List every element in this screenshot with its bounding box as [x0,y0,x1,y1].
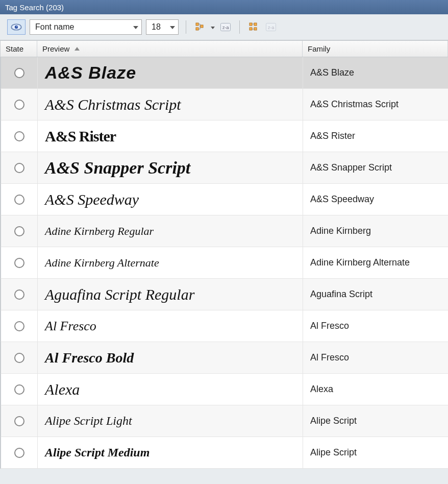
toolbar-separator [186,20,186,34]
state-radio[interactable] [14,226,24,236]
table-row[interactable]: Adine Kirnberg RegularAdine Kirnberg [1,215,448,247]
table-row[interactable]: Aguafina Script RegularAguafina Script [1,279,448,310]
table-row[interactable]: Al Fresco BoldAl Fresco [1,342,448,374]
chevron-down-icon [170,23,175,31]
family-cell: Al Fresco [303,310,448,342]
state-cell[interactable] [1,57,38,88]
svg-rect-5 [196,28,198,30]
table-row[interactable]: A&S Snapper ScriptA&S Snapper Script [1,152,448,184]
state-radio[interactable] [14,289,24,300]
state-radio[interactable] [14,353,24,363]
state-cell[interactable] [1,405,38,437]
eye-icon [11,23,22,31]
preview-toggle-button[interactable] [7,19,26,35]
sort-flat-button[interactable] [247,20,260,34]
case-button-1[interactable]: z-a [219,20,232,34]
family-cell: A&S Blaze [303,57,448,88]
svg-text:z-a: z-a [222,25,229,30]
preview-cell: A&S Christmas Script [38,89,303,120]
state-cell[interactable] [1,374,38,405]
column-label: Preview [42,44,69,53]
table-header: State Preview Family [1,41,448,57]
preview-text-combo[interactable]: Font name [30,19,142,35]
preview-cell: Adine Kirnberg Alternate [38,247,303,278]
family-cell: Al Fresco [303,342,448,373]
family-cell: A&S Christmas Script [303,89,448,120]
table-row[interactable]: Alipe Script LightAlipe Script [1,405,448,437]
preview-cell: Al Fresco [38,310,303,342]
state-radio[interactable] [14,68,24,78]
table-body: A&S BlazeA&S BlazeA&S Christmas ScriptA&… [1,57,448,469]
preview-text-value: Font name [35,22,74,32]
family-cell: Alexa [303,374,448,405]
column-label: Family [308,44,330,53]
state-cell[interactable] [1,152,38,183]
state-cell[interactable] [1,247,38,278]
state-cell[interactable] [1,342,38,373]
state-cell[interactable] [1,184,38,215]
state-radio[interactable] [14,384,24,395]
preview-cell: A&S Rister [38,120,303,152]
tree-sort-icon [195,22,205,32]
column-label: State [6,44,23,53]
toolbar: Font name 18 z-a [0,14,448,40]
preview-cell: Alipe Script Light [38,405,303,437]
table-row[interactable]: A&S RisterA&S Rister [1,120,448,152]
case-za-icon: z-a [220,23,231,31]
preview-cell: A&S Speedway [38,184,303,215]
state-cell[interactable] [1,437,38,468]
font-size-value: 18 [152,22,161,32]
column-header-family[interactable]: Family [303,41,448,57]
preview-cell: Aguafina Script Regular [38,279,303,310]
svg-rect-9 [250,23,252,26]
state-cell[interactable] [1,89,38,120]
state-radio[interactable] [14,448,24,458]
family-cell: Alipe Script [303,437,448,468]
preview-cell: Al Fresco Bold [38,342,303,373]
table-row[interactable]: Alipe Script MediumAlipe Script [1,437,448,469]
svg-rect-4 [196,23,198,26]
family-cell: A&S Rister [303,120,448,152]
column-header-preview[interactable]: Preview [37,41,303,57]
tree-icon [249,22,258,32]
sort-ascending-icon [74,47,80,51]
svg-text:z-a: z-a [268,25,275,30]
window-titlebar: Tag Search (203) [0,0,448,14]
family-cell: Adine Kirnberg Alternate [303,247,448,278]
preview-cell: Alipe Script Medium [38,437,303,468]
preview-cell: Alexa [38,374,303,405]
state-radio[interactable] [14,321,24,331]
chevron-down-icon[interactable] [211,23,215,31]
table-row[interactable]: Adine Kirnberg AlternateAdine Kirnberg A… [1,247,448,279]
state-radio[interactable] [14,195,24,205]
family-cell: Alipe Script [303,405,448,437]
state-radio[interactable] [14,100,24,110]
state-cell[interactable] [1,215,38,247]
preview-cell: Adine Kirnberg Regular [38,215,303,247]
table-row[interactable]: Al FrescoAl Fresco [1,310,448,342]
state-cell[interactable] [1,310,38,342]
svg-rect-11 [254,23,257,26]
table-row[interactable]: A&S Christmas ScriptA&S Christmas Script [1,89,448,120]
svg-rect-6 [201,25,203,28]
table-row[interactable]: A&S SpeedwayA&S Speedway [1,184,448,215]
state-radio[interactable] [14,258,24,268]
family-cell: A&S Speedway [303,184,448,215]
toolbar-separator [239,20,240,34]
column-header-state[interactable]: State [1,41,37,57]
svg-rect-12 [254,28,257,30]
svg-point-3 [16,26,17,27]
state-radio[interactable] [14,163,24,173]
state-radio[interactable] [14,131,24,141]
font-size-combo[interactable]: 18 [146,19,179,35]
case-button-2[interactable]: z-a [264,20,278,34]
state-radio[interactable] [14,416,24,426]
svg-rect-10 [250,28,252,30]
table-row[interactable]: A&S BlazeA&S Blaze [1,57,448,89]
preview-cell: A&S Snapper Script [38,152,303,183]
sort-family-button[interactable] [193,20,207,34]
table-row[interactable]: AlexaAlexa [1,374,448,405]
state-cell[interactable] [1,120,38,152]
state-cell[interactable] [1,279,38,310]
font-table: State Preview Family A&S BlazeA&S BlazeA… [0,40,448,469]
